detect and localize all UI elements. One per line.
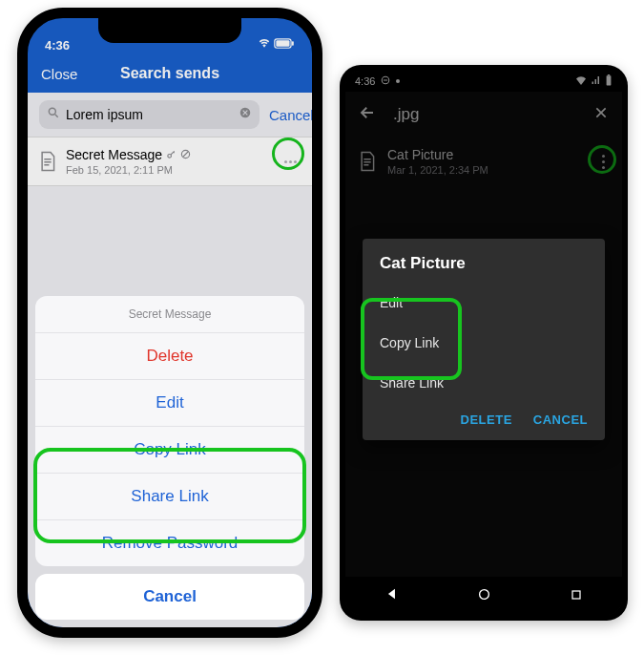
share-link-button[interactable]: Share Link [35, 474, 304, 520]
android-device-frame: 4:36 .jpg [340, 65, 628, 621]
bottom-sheet: Cat Picture Edit Copy Link Share Link DE… [363, 239, 605, 440]
cancel-button[interactable]: Cancel [35, 574, 304, 620]
android-screen: 4:36 .jpg [345, 71, 622, 615]
nav-back-icon[interactable] [385, 587, 399, 604]
nav-home-icon[interactable] [478, 587, 490, 604]
delete-button[interactable]: DELETE [461, 412, 512, 427]
share-link-button[interactable]: Share Link [363, 363, 605, 403]
svg-rect-14 [572, 591, 580, 599]
android-system-navbar [345, 577, 622, 615]
action-sheet: Secret Message Delete Edit Copy Link Sha… [35, 296, 304, 620]
edit-button[interactable]: Edit [363, 283, 605, 323]
sheet-title: Cat Picture [363, 239, 605, 283]
copy-link-button[interactable]: Copy Link [363, 323, 605, 363]
remove-password-button[interactable]: Remove Password [35, 520, 304, 566]
copy-link-button[interactable]: Copy Link [35, 427, 304, 474]
svg-point-13 [480, 590, 489, 600]
cancel-button[interactable]: CANCEL [533, 412, 588, 427]
ios-device-frame: 4:36 Close Search sends Cancel [17, 8, 322, 638]
nav-recent-icon[interactable] [571, 587, 582, 604]
delete-button[interactable]: Delete [35, 333, 304, 380]
sheet-title: Secret Message [35, 296, 304, 333]
edit-button[interactable]: Edit [35, 380, 304, 427]
